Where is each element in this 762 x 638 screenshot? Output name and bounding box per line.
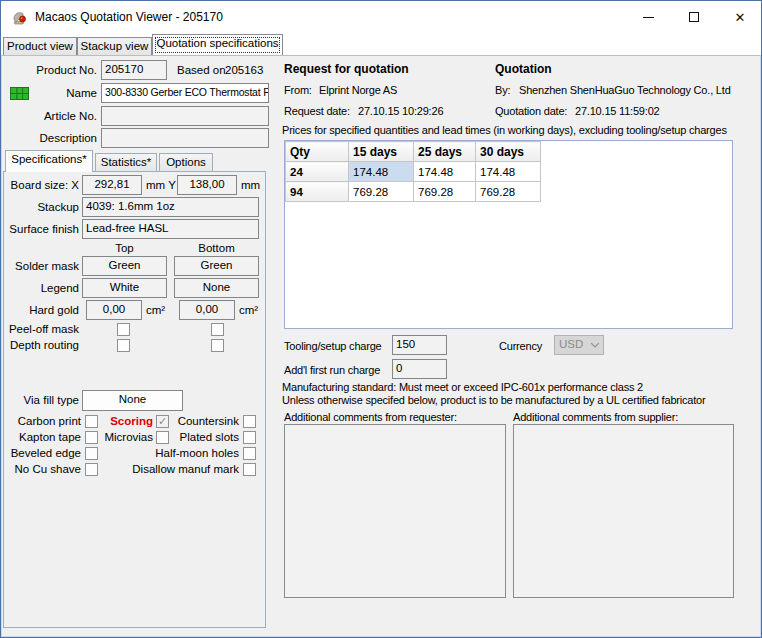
name-field[interactable]: 300-8330 Gerber ECO Thermostat Pl: [101, 83, 269, 103]
stackup-field[interactable]: 4039: 1.6mm 1oz: [82, 197, 259, 217]
from-label: From:: [284, 84, 312, 96]
tab-product-view[interactable]: Product view: [3, 37, 77, 55]
plated-slots-label: Plated slots: [101, 431, 239, 443]
solder-mask-bottom-field[interactable]: Green: [174, 256, 259, 276]
days30-header[interactable]: 30 days: [476, 142, 541, 162]
beveled-edge-checkbox[interactable]: [85, 447, 98, 460]
via-fill-type-label: Via fill type: [1, 394, 79, 406]
board-y-field[interactable]: 138,00: [177, 175, 237, 195]
peel-off-mask-label: Peel-off mask: [1, 323, 79, 335]
request-date-value: 27.10.15 10:29:26: [358, 105, 443, 117]
price-table-header-row: Qty 15 days 25 days 30 days: [286, 142, 541, 162]
title-bar: Macaos Quotation Viewer - 205170 ✕: [1, 1, 761, 33]
comments-requester-textarea[interactable]: [284, 424, 506, 598]
hard-gold-top-field[interactable]: 0,00: [86, 300, 142, 320]
beveled-edge-label: Beveled edge: [1, 447, 81, 459]
disallow-manuf-mark-label: Disallow manuf mark: [101, 463, 239, 475]
by-value: Shenzhen ShenHuaGuo Technology Co., Ltd: [519, 84, 731, 96]
surface-finish-label: Surface finish: [1, 223, 79, 235]
peel-off-top-checkbox[interactable]: [117, 323, 130, 336]
addl-charge-field[interactable]: 0: [392, 359, 447, 379]
qty-cell[interactable]: 24: [286, 162, 349, 182]
from-value: Elprint Norge AS: [319, 84, 397, 96]
hard-gold-label: Hard gold: [1, 304, 79, 316]
price-table-row: 94769.28769.28769.28: [286, 182, 541, 202]
price-table: Qty 15 days 25 days 30 days 24174.48174.…: [285, 141, 541, 202]
currency-value: USD: [559, 338, 583, 350]
surface-finish-field[interactable]: Lead-free HASL: [82, 219, 259, 239]
tab-options[interactable]: Options: [159, 153, 213, 171]
tab-statistics[interactable]: Statistics*: [95, 153, 157, 171]
window-title: Macaos Quotation Viewer - 205170: [35, 10, 223, 24]
depth-routing-top-checkbox[interactable]: [117, 339, 130, 352]
depth-routing-bottom-checkbox[interactable]: [211, 339, 224, 352]
addl-charge-label: Add'l first run charge: [284, 364, 380, 376]
legend-bottom-field[interactable]: None: [174, 278, 259, 298]
description-field[interactable]: [101, 128, 269, 148]
tooling-charge-label: Tooling/setup charge: [284, 340, 382, 352]
description-label: Description: [9, 132, 97, 144]
article-no-label: Article No.: [9, 110, 97, 122]
legend-top-field[interactable]: White: [82, 278, 167, 298]
based-on-value: 205163: [225, 64, 263, 76]
prices-note: Prices for specified quantities and lead…: [282, 124, 727, 136]
half-moon-holes-checkbox[interactable]: [243, 447, 256, 460]
currency-select[interactable]: USD: [554, 335, 604, 355]
no-cu-shave-checkbox[interactable]: [85, 463, 98, 476]
countersink-checkbox[interactable]: [243, 415, 256, 428]
maximize-icon: [689, 12, 699, 22]
tab-quotation-specifications[interactable]: Quotation specifications: [152, 34, 283, 55]
rfq-title: Request for quotation: [284, 62, 409, 76]
mm-y-label: mm Y: [146, 179, 176, 191]
board-x-field[interactable]: 292,81: [82, 175, 142, 195]
depth-routing-label: Depth routing: [1, 339, 79, 351]
board-size-label: Board size: X: [1, 179, 79, 191]
qty-header[interactable]: Qty: [286, 142, 349, 162]
price-cell[interactable]: 769.28: [476, 182, 541, 202]
quotation-title: Quotation: [495, 62, 552, 76]
plated-slots-checkbox[interactable]: [243, 431, 256, 444]
no-cu-shave-label: No Cu shave: [1, 463, 81, 475]
bottom-column-label: Bottom: [174, 242, 259, 254]
mfg-standard-line2: Unless otherwise specifed below, product…: [282, 394, 705, 406]
price-cell[interactable]: 174.48: [414, 162, 476, 182]
based-on-label: Based on: [177, 64, 226, 76]
article-no-field[interactable]: [101, 106, 269, 126]
chevron-down-icon: [591, 343, 599, 348]
maximize-button[interactable]: [671, 1, 717, 33]
legend-label: Legend: [1, 282, 79, 294]
via-fill-type-button[interactable]: None: [82, 390, 183, 411]
quotation-date-value: 27.10.15 11:59:02: [575, 105, 659, 117]
comments-supplier-label: Additional comments from supplier:: [513, 411, 678, 423]
price-table-body: 24174.48174.48174.4894769.28769.28769.28: [286, 162, 541, 202]
name-label: Name: [9, 87, 97, 99]
comments-supplier-textarea[interactable]: [513, 424, 734, 598]
price-cell[interactable]: 174.48: [476, 162, 541, 182]
price-cell[interactable]: 174.48: [349, 162, 414, 182]
cm2-top-label: cm²: [146, 304, 165, 316]
price-cell[interactable]: 769.28: [414, 182, 476, 202]
tab-specifications[interactable]: Specifications*: [5, 150, 93, 172]
days25-header[interactable]: 25 days: [414, 142, 476, 162]
price-cell[interactable]: 769.28: [349, 182, 414, 202]
minimize-icon: [643, 17, 654, 18]
days15-header[interactable]: 15 days: [349, 142, 414, 162]
disallow-manuf-mark-checkbox[interactable]: [243, 463, 256, 476]
solder-mask-label: Solder mask: [1, 260, 79, 272]
peel-off-bottom-checkbox[interactable]: [211, 323, 224, 336]
qty-cell[interactable]: 94: [286, 182, 349, 202]
comments-requester-label: Additional comments from requester:: [284, 411, 457, 423]
close-button[interactable]: ✕: [717, 1, 762, 33]
tooling-charge-field[interactable]: 150: [392, 335, 447, 355]
product-no-field[interactable]: 205170: [101, 60, 167, 80]
solder-mask-top-field[interactable]: Green: [82, 256, 167, 276]
app-icon: [11, 8, 29, 26]
product-no-label: Product No.: [9, 64, 97, 76]
quotation-date-label: Quotation date:: [495, 105, 567, 117]
top-column-label: Top: [82, 242, 167, 254]
minimize-button[interactable]: [625, 1, 671, 33]
hard-gold-bottom-field[interactable]: 0,00: [179, 300, 235, 320]
tab-stackup-view[interactable]: Stackup view: [77, 37, 152, 55]
price-table-row: 24174.48174.48174.48: [286, 162, 541, 182]
mm-label: mm: [241, 179, 260, 191]
